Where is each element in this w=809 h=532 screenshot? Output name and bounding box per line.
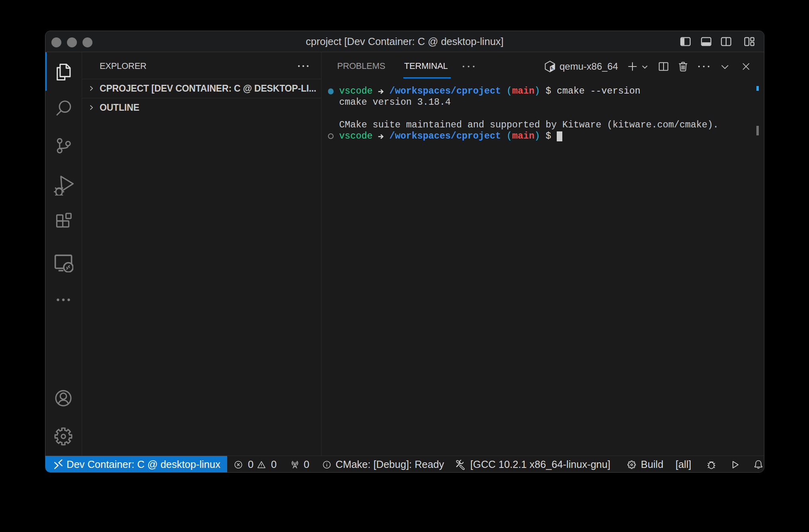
svg-text:$,: $, (551, 66, 554, 70)
